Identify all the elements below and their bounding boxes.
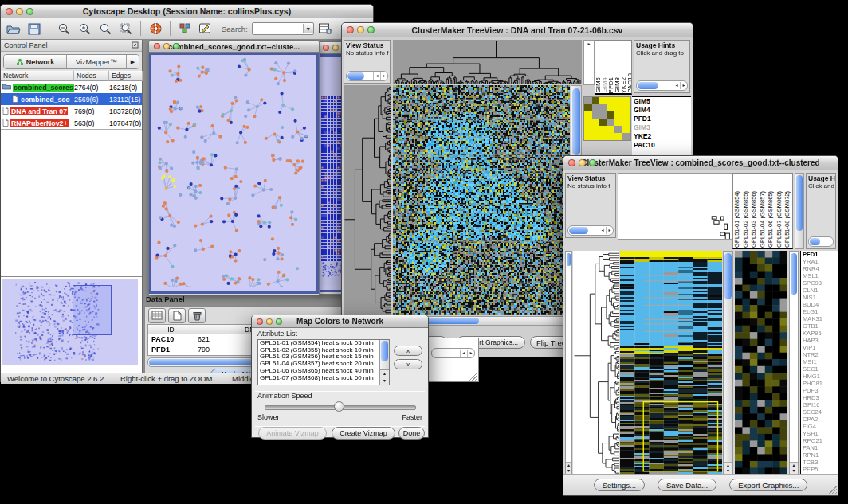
col-id[interactable]: ID	[148, 325, 194, 334]
zoom-button[interactable]	[367, 26, 375, 33]
resize-grip[interactable]	[829, 486, 837, 494]
scroll-thumb[interactable]	[381, 341, 388, 361]
scroll-left-arrow[interactable]: ◂	[460, 350, 467, 357]
minimize-button[interactable]	[579, 159, 586, 166]
zoom-out-icon[interactable]	[54, 20, 73, 37]
search-input[interactable]: ▼	[252, 22, 314, 35]
zoom-button[interactable]	[276, 318, 282, 325]
scroll-left-arrow[interactable]: ◂	[599, 227, 606, 234]
minimize-button[interactable]	[266, 318, 273, 325]
scroll-arrows[interactable]: ▴▾	[566, 462, 571, 474]
scroll-right-arrow[interactable]: ▸	[467, 350, 474, 357]
scroll-left-arrow[interactable]: ◂	[673, 82, 680, 89]
done-button[interactable]: Done	[398, 427, 425, 440]
mini-scrollbar[interactable]	[808, 236, 834, 247]
scroll-thumb[interactable]	[567, 253, 571, 266]
attribute-list-item[interactable]: GPL51-07 (GSM868) heat shock 60 min	[258, 375, 389, 382]
scroll-left-arrow[interactable]: ◂	[373, 72, 380, 80]
splitter-strip[interactable]: ▸	[583, 40, 595, 85]
annotation-icon[interactable]	[196, 20, 215, 37]
zoom-button[interactable]	[26, 8, 33, 15]
global-heatmap-canvas[interactable]	[620, 251, 722, 475]
dendrogram-vscrollbar[interactable]: ▴▾	[565, 251, 572, 475]
scroll-thumb[interactable]	[572, 88, 580, 155]
network-table-row[interactable]: combined_sco2569(6)13112(15)	[1, 93, 142, 105]
zoom-in-icon[interactable]	[75, 20, 94, 37]
scroll-right-arrow[interactable]: ▸	[380, 72, 387, 80]
close-button[interactable]	[6, 8, 13, 15]
scroll-right-arrow[interactable]: ▸	[680, 82, 687, 89]
move-up-button[interactable]: ∧	[394, 346, 422, 356]
col-nodes[interactable]: Nodes	[74, 71, 109, 81]
scroll-thumb[interactable]	[347, 72, 364, 80]
scroll-thumb[interactable]	[796, 175, 803, 231]
zoom-selected-icon[interactable]	[116, 20, 135, 37]
network-view-canvas[interactable]	[151, 55, 315, 287]
scroll-thumb[interactable]	[569, 227, 588, 234]
help-lifesaver-icon[interactable]	[146, 20, 165, 37]
mini-scrollbar[interactable]: ◂▸	[346, 71, 388, 81]
heatmap-vscrollbar[interactable]: ▴▾	[723, 251, 733, 475]
network-table-row[interactable]: RNAPuberNov2+563(0)107847(0)	[1, 117, 142, 129]
column-dendrogram-canvas[interactable]	[393, 40, 582, 84]
zoom-heatmap-canvas[interactable]	[735, 251, 787, 475]
tab-vizmapper[interactable]: VizMapper™	[67, 55, 127, 68]
listbox-vscrollbar[interactable]: ▴▾	[379, 340, 389, 385]
new-attribute-button[interactable]	[168, 308, 186, 323]
close-button[interactable]	[257, 318, 263, 325]
close-button[interactable]	[323, 45, 329, 51]
scroll-arrows[interactable]: ▴▾	[724, 462, 732, 474]
zoom-button[interactable]	[173, 43, 179, 49]
create-vizmap-button[interactable]: Create Vizmap	[332, 427, 395, 440]
labels-vscrollbar[interactable]	[795, 173, 804, 249]
mini-scrollbar[interactable]: ◂▸	[636, 80, 688, 91]
speed-slider-thumb[interactable]	[334, 401, 344, 412]
export-graphics-button[interactable]: Export Graphics...	[729, 479, 807, 491]
minimize-button[interactable]	[16, 8, 23, 15]
dialog-title-bar[interactable]: Map Colors to Network	[252, 315, 428, 328]
treeview-dna-title-bar[interactable]: ClusterMaker TreeView : DNA and Tran 07-…	[342, 23, 693, 37]
close-button[interactable]	[568, 159, 575, 166]
mini-scrollbar[interactable]: ◂▸	[567, 225, 614, 236]
zoom-heatmap[interactable]	[583, 96, 631, 141]
scroll-right-arrow[interactable]: ▸	[606, 227, 613, 234]
minimize-button[interactable]	[163, 43, 170, 49]
move-down-button[interactable]: ∨	[394, 359, 422, 369]
delete-attribute-button[interactable]	[188, 308, 206, 323]
row-dendrogram-canvas[interactable]	[344, 85, 391, 315]
animate-vizmap-button[interactable]: Animate Vizmap	[258, 427, 327, 440]
network-window-1-title-bar[interactable]: combined_scores_good.txt--cluste...	[149, 41, 319, 53]
select-attributes-button[interactable]	[148, 308, 166, 323]
import-table-icon[interactable]	[316, 20, 335, 37]
save-session-button[interactable]	[25, 20, 44, 37]
close-button[interactable]	[347, 26, 354, 33]
zoom-button[interactable]	[589, 159, 596, 166]
network-table-row[interactable]: DNA and Tran 07769(0)183728(0)	[1, 105, 142, 117]
scroll-thumb[interactable]	[724, 253, 732, 299]
scroll-thumb[interactable]	[638, 82, 658, 89]
close-button[interactable]	[154, 43, 160, 49]
minimize-button[interactable]	[357, 26, 364, 33]
open-session-button[interactable]	[4, 20, 23, 37]
attribute-listbox[interactable]: GPL51-01 (GSM854) heat shock 05 minGPL51…	[257, 339, 390, 385]
treeview-combined-title-bar[interactable]: ClusterMaker TreeView : combined_scores_…	[563, 156, 838, 170]
tab-overflow-button[interactable]: ▶	[127, 55, 139, 68]
zoom-vscrollbar[interactable]: ▴▾	[789, 251, 799, 475]
birdseye-canvas[interactable]	[2, 279, 138, 365]
col-network[interactable]: Network	[1, 71, 74, 81]
mini-scrollbar[interactable]: ◂▸	[431, 348, 475, 358]
network-table-row[interactable]: combined_scores2764(0)16218(0)	[1, 81, 142, 93]
scroll-down-arrow[interactable]: ▾	[380, 377, 389, 385]
scroll-arrows[interactable]: ▴▾	[790, 462, 798, 474]
scroll-thumb[interactable]	[791, 253, 797, 295]
search-dropdown-arrow[interactable]: ▼	[303, 24, 313, 33]
row-dendrogram-canvas[interactable]	[573, 251, 619, 475]
col-edges[interactable]: Edges	[109, 71, 143, 81]
resize-grip[interactable]	[469, 373, 477, 381]
minimize-button[interactable]	[332, 45, 339, 51]
settings-button[interactable]: Settings...	[594, 479, 645, 491]
global-heatmap-canvas[interactable]	[393, 85, 570, 315]
save-data-button[interactable]: Save Data...	[658, 479, 716, 491]
vizmapper-icon[interactable]	[175, 20, 194, 37]
zoom-fit-icon[interactable]	[96, 20, 115, 37]
